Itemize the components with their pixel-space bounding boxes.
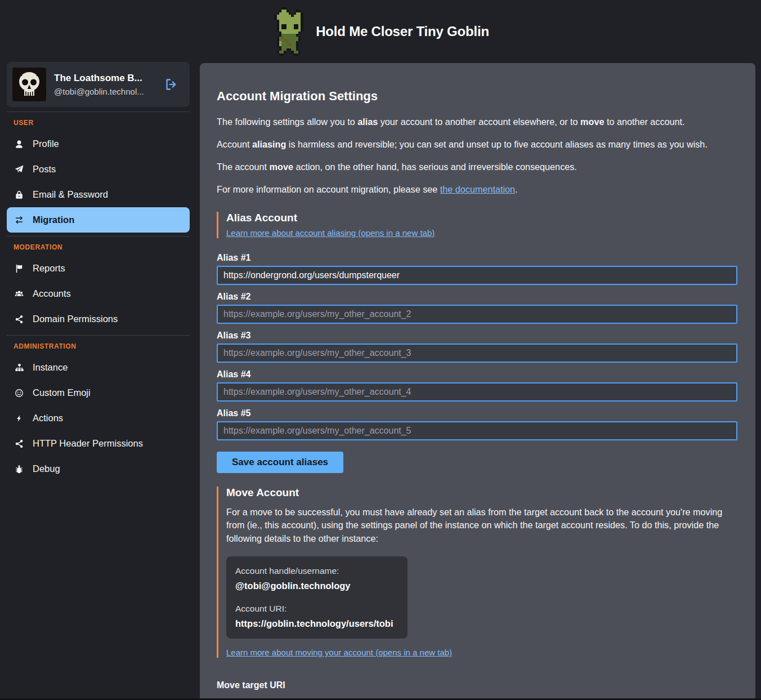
inline-link[interactable]: the documentation [440, 184, 515, 194]
alias-2-label: Alias #2 [217, 292, 737, 302]
bolt-icon [14, 413, 25, 423]
skull-avatar [12, 68, 46, 101]
alias-4-input[interactable] [217, 382, 737, 402]
alias-4-label: Alias #4 [217, 369, 737, 380]
intro-paragraph: The following settings allow you to alia… [217, 115, 737, 128]
alias-2-input[interactable] [217, 305, 737, 324]
transfer-arrows-icon [14, 215, 25, 225]
intro-paragraph: Account aliasing is harmless and reversi… [217, 138, 737, 151]
sign-out-button[interactable] [162, 75, 181, 94]
app-title: Hold Me Closer Tiny Goblin [316, 24, 489, 39]
move-docs-link[interactable]: Learn more about moving your account (op… [226, 648, 452, 657]
sidebar-item-debug[interactable]: Debug [7, 456, 190, 481]
account-handle-value: @tobi@goblin.technology [235, 581, 399, 591]
account-handle-pair: Account handle/username: @tobi@goblin.te… [235, 566, 399, 591]
sidebar-item-domain-permissions[interactable]: Domain Permissions [7, 306, 190, 332]
bug-icon [14, 464, 25, 474]
sidebar-nav: USER Profile Posts Email & Password [7, 112, 190, 481]
sidebar-item-migration[interactable]: Migration [7, 207, 190, 233]
sidebar-item-email-password[interactable]: Email & Password [7, 182, 190, 207]
page-title: Account Migration Settings [217, 89, 737, 104]
intro-paragraph: For more information on account migratio… [217, 183, 737, 196]
move-account-description: For a move to be successful, you must ha… [226, 506, 737, 545]
account-uri-value: https://goblin.technology/users/tobi [235, 618, 399, 629]
move-account-docs: Move Account For a move to be successful… [217, 487, 737, 658]
lock-icon [14, 190, 25, 200]
alias-docs-link[interactable]: Learn more about account aliasing (opens… [226, 228, 435, 238]
sidebar-item-accounts[interactable]: Accounts [7, 281, 190, 306]
user-card: The Loathsome B... @tobi@goblin.technol.… [7, 62, 190, 107]
user-icon [14, 139, 25, 149]
sitemap-icon [14, 363, 25, 373]
flag-icon [14, 264, 25, 274]
alias-5-input[interactable] [217, 421, 737, 440]
save-account-aliases-button[interactable]: Save account aliases [217, 452, 343, 473]
nav-section-moderation: MODERATION Reports Accounts Domain Permi… [7, 236, 190, 332]
sidebar-item-actions[interactable]: Actions [7, 405, 190, 431]
sidebar-item-profile[interactable]: Profile [7, 131, 190, 157]
alias-fields: Alias #1 Alias #2 Alias #3 Alias #4 Alia… [217, 253, 737, 447]
move-account-details-box: Account handle/username: @tobi@goblin.te… [226, 556, 408, 639]
intro-paragraph: The account move action, on the other ha… [217, 160, 737, 173]
paper-plane-icon [14, 164, 25, 175]
sidebar-item-posts[interactable]: Posts [7, 157, 190, 182]
alias-1-label: Alias #1 [217, 253, 737, 263]
alias-5-label: Alias #5 [217, 408, 737, 418]
sidebar: The Loathsome B... @tobi@goblin.technol.… [0, 62, 200, 700]
users-icon [14, 289, 25, 299]
user-display-name: The Loathsome B... [54, 73, 154, 84]
account-uri-label: Account URI: [235, 604, 399, 614]
sidebar-item-custom-emoji[interactable]: Custom Emoji [7, 380, 190, 405]
move-target-uri-label: Move target URI [217, 680, 737, 690]
sidebar-item-reports[interactable]: Reports [7, 256, 190, 281]
sign-out-icon [164, 77, 178, 92]
nav-section-user: USER Profile Posts Email & Password [7, 112, 190, 233]
sidebar-item-instance[interactable]: Instance [7, 355, 190, 380]
nav-section-label-moderation: MODERATION [7, 243, 190, 251]
sidebar-item-http-header-permissions[interactable]: HTTP Header Permissions [7, 431, 190, 456]
main-panel: Account Migration Settings The following… [200, 63, 755, 700]
goblin-logo-icon [272, 7, 306, 56]
move-account-heading: Move Account [226, 487, 737, 499]
header: Hold Me Closer Tiny Goblin [0, 0, 761, 63]
share-nodes-icon [14, 314, 25, 324]
nav-section-label-user: USER [7, 119, 190, 127]
alias-account-section: Alias Account Learn more about account a… [217, 212, 737, 473]
account-handle-label: Account handle/username: [235, 566, 399, 576]
alias-3-input[interactable] [217, 344, 737, 363]
nav-section-administration: ADMINISTRATION Instance Custom Emoji Act… [7, 335, 190, 481]
account-uri-pair: Account URI: https://goblin.technology/u… [235, 604, 399, 629]
user-meta: The Loathsome B... @tobi@goblin.technol.… [54, 73, 154, 96]
alias-account-heading: Alias Account [226, 212, 737, 224]
share-nodes-icon [14, 439, 25, 449]
alias-3-label: Alias #3 [217, 331, 737, 341]
move-account-section: Move Account For a move to be successful… [217, 487, 737, 690]
user-handle: @tobi@goblin.technol... [54, 87, 154, 96]
smiley-icon [14, 388, 25, 398]
alias-account-docs: Alias Account Learn more about account a… [217, 212, 737, 238]
nav-section-label-administration: ADMINISTRATION [7, 342, 190, 350]
alias-1-input[interactable] [217, 266, 737, 285]
